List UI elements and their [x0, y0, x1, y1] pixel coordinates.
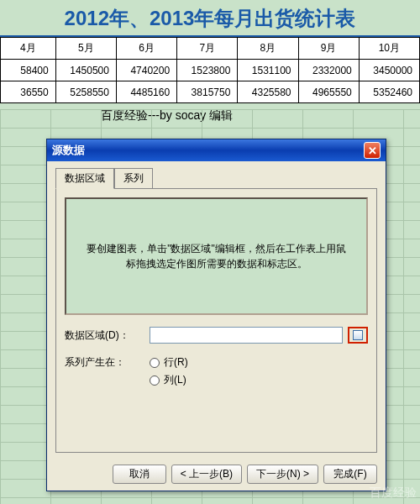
- col-header[interactable]: 5月: [55, 38, 116, 60]
- table-cell[interactable]: 58400: [1, 60, 56, 81]
- radio-icon: [150, 358, 160, 368]
- table-cell[interactable]: 5352460: [359, 81, 419, 103]
- radio-cols[interactable]: 列(L): [150, 373, 188, 387]
- watermark: 百度经验: [370, 486, 417, 501]
- series-in-label: 系列产生在：: [65, 355, 144, 370]
- radio-icon: [150, 375, 160, 386]
- radio-rows[interactable]: 行(R): [150, 355, 188, 370]
- table-cell[interactable]: 2332000: [298, 60, 359, 81]
- table-cell[interactable]: 36550: [1, 81, 56, 103]
- table-cell[interactable]: 4485160: [116, 81, 176, 103]
- table-cell[interactable]: 3450000: [359, 60, 419, 81]
- data-table: 4月 5月 6月 7月 8月 9月 10月 58400 1450500 4740…: [0, 37, 420, 103]
- page-title: 2012年、2013年每月出货统计表: [0, 0, 420, 37]
- source-data-dialog: 源数据 ✕ 数据区域 系列 要创建图表，单击"数据区域"编辑框，然后在工作表上用…: [46, 139, 386, 491]
- table-cell[interactable]: 4740200: [116, 60, 176, 81]
- chart-preview: 要创建图表，单击"数据区域"编辑框，然后在工作表上用鼠标拖拽选定作图所需要的数据…: [65, 197, 368, 315]
- series-orientation-group: 行(R) 列(L): [150, 355, 188, 387]
- finish-button[interactable]: 完成(F): [323, 465, 377, 484]
- next-button[interactable]: 下一步(N) >: [247, 465, 318, 484]
- col-header[interactable]: 8月: [238, 38, 298, 60]
- spreadsheet-icon: [353, 330, 363, 340]
- cancel-button[interactable]: 取消: [113, 465, 166, 484]
- tab-strip: 数据区域 系列: [47, 161, 386, 188]
- radio-rows-label: 行(R): [164, 355, 188, 370]
- tab-series[interactable]: 系列: [114, 168, 153, 188]
- range-picker-button[interactable]: [348, 327, 368, 344]
- table-cell[interactable]: 1531100: [238, 60, 298, 81]
- data-range-input[interactable]: [150, 327, 343, 344]
- tab-panel: 要创建图表，单击"数据区域"编辑框，然后在工作表上用鼠标拖拽选定作图所需要的数据…: [55, 188, 377, 453]
- tab-data-range[interactable]: 数据区域: [55, 168, 114, 189]
- table-cell[interactable]: 1450500: [55, 60, 116, 81]
- col-header[interactable]: 10月: [359, 38, 419, 60]
- col-header[interactable]: 4月: [1, 38, 56, 60]
- dialog-titlebar[interactable]: 源数据 ✕: [47, 139, 386, 161]
- data-range-label: 数据区域(D)：: [65, 328, 144, 343]
- back-button[interactable]: < 上一步(B): [171, 465, 242, 484]
- dialog-buttons: 取消 < 上一步(B) 下一步(N) > 完成(F): [47, 458, 386, 491]
- col-header[interactable]: 6月: [116, 38, 176, 60]
- table-cell[interactable]: 1523800: [177, 60, 238, 81]
- table-cell[interactable]: 4965550: [298, 81, 359, 103]
- close-button[interactable]: ✕: [364, 142, 381, 159]
- table-cell[interactable]: 4325580: [238, 81, 298, 103]
- table-cell[interactable]: 5258550: [55, 81, 116, 103]
- col-header[interactable]: 9月: [298, 38, 359, 60]
- table-cell[interactable]: 3815750: [177, 81, 238, 103]
- preview-message: 要创建图表，单击"数据区域"编辑框，然后在工作表上用鼠标拖拽选定作图所需要的数据…: [66, 241, 366, 271]
- close-icon: ✕: [368, 144, 377, 157]
- radio-cols-label: 列(L): [164, 373, 186, 387]
- col-header[interactable]: 7月: [177, 38, 238, 60]
- dialog-title: 源数据: [52, 143, 364, 158]
